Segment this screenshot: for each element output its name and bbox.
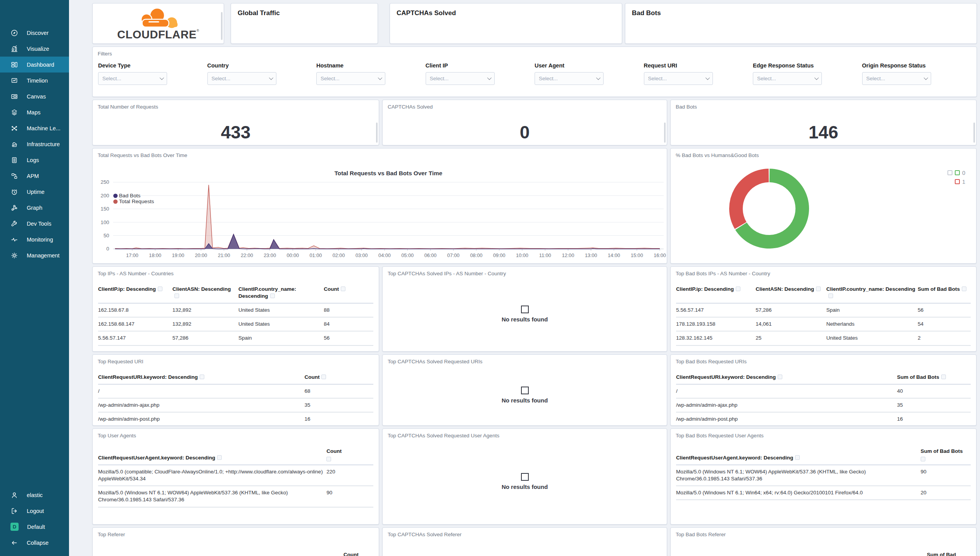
column-header[interactable]: Sum of Bad Bots: [921, 445, 971, 464]
select-request-uri[interactable]: Select...: [644, 72, 713, 85]
table-cell: United States: [826, 332, 918, 345]
panel-title: Total Number of Requests: [93, 100, 379, 111]
sidebar-item-apm[interactable]: APM: [0, 168, 69, 184]
badbots-donut-panel: % Bad Bots vs Humans&Good Bots 01: [670, 148, 977, 264]
filter-label: Origin Response Status: [862, 62, 971, 69]
sidebar-item-maps[interactable]: Maps: [0, 104, 69, 120]
header-checkbox-icon[interactable]: [795, 455, 800, 460]
table-cell: 16: [305, 413, 374, 425]
column-header[interactable]: Count: [305, 371, 374, 384]
global-traffic-panel: Global Traffic: [231, 3, 378, 44]
column-header-label: ClientASN: Descending: [173, 286, 231, 292]
data-table: ClientRequestURI.keyword: DescendingCoun…: [93, 365, 379, 425]
header-checkbox-icon[interactable]: [828, 294, 833, 298]
svg-text:50: 50: [104, 233, 109, 238]
sidebar-item-logout[interactable]: Logout: [0, 503, 69, 519]
svg-text:07:00: 07:00: [447, 253, 460, 258]
header-checkbox-icon[interactable]: [321, 375, 326, 379]
select-device-type[interactable]: Select...: [98, 72, 167, 85]
header-checkbox-icon[interactable]: [200, 375, 204, 379]
legend-swatch-icon: [955, 170, 960, 175]
header-checkbox-icon[interactable]: [326, 457, 331, 461]
column-header[interactable]: ClientASN: Descending: [756, 283, 826, 296]
dev-tools-icon: [10, 220, 18, 228]
select-country[interactable]: Select...: [207, 72, 276, 85]
column-header[interactable]: ClientIP.ip: Descending: [676, 283, 756, 296]
sidebar-item-collapse[interactable]: Collapse: [0, 535, 69, 551]
table-cell: /: [98, 385, 305, 398]
table-cell: 162.158.67.8: [98, 304, 173, 317]
table-cell: /wp-admin/admin-post.php: [98, 413, 305, 425]
donut-slice-1[interactable]: [729, 169, 769, 229]
legend-item-1[interactable]: 1: [955, 179, 965, 185]
table-header-row: ClientIP.ip: DescendingClientASN: Descen…: [676, 283, 971, 304]
sidebar-item-management[interactable]: Management: [0, 247, 69, 263]
panel-title: Top Referer: [93, 528, 379, 538]
header-checkbox-icon[interactable]: [270, 294, 275, 298]
column-header[interactable]: ClientRequestUserAgent.keyword: Descendi…: [98, 451, 326, 464]
sidebar-item-timelion[interactable]: Timelion: [0, 73, 69, 88]
header-checkbox-icon[interactable]: [341, 287, 345, 291]
header-checkbox-icon[interactable]: [217, 455, 222, 460]
sidebar-item-dashboard[interactable]: Dashboard: [0, 57, 69, 73]
column-header-label: ClientRequestUserAgent.keyword: Descendi…: [98, 455, 215, 461]
header-checkbox-icon[interactable]: [778, 375, 782, 379]
column-header[interactable]: ClientASN: Descending: [173, 283, 238, 303]
sidebar-item-elastic[interactable]: elastic: [0, 487, 69, 503]
select-edge-response-status[interactable]: Select...: [753, 72, 822, 85]
svg-text:14:00: 14:00: [608, 253, 620, 258]
sidebar-item-label: elastic: [27, 492, 43, 498]
select-hostname[interactable]: Select...: [316, 72, 385, 85]
select-placeholder: Select...: [212, 76, 231, 81]
table-header-clipped[interactable]: Count: [343, 552, 359, 556]
management-icon: [10, 252, 18, 259]
header-checkbox-icon[interactable]: [174, 294, 179, 298]
header-checkbox-icon[interactable]: [941, 375, 946, 379]
table-header-clipped[interactable]: Sum of Bad: [927, 552, 956, 556]
svg-text:15:00: 15:00: [631, 253, 643, 258]
panel-scrollbar[interactable]: [221, 12, 223, 40]
table-cell: 132,892: [173, 318, 238, 331]
header-checkbox-icon[interactable]: [962, 287, 966, 291]
compass-icon: [10, 29, 18, 37]
sidebar-item-logs[interactable]: Logs: [0, 152, 69, 168]
select-client-ip[interactable]: Select...: [426, 72, 495, 85]
machine-learning-icon: [10, 124, 18, 132]
sidebar-item-graph[interactable]: Graph: [0, 200, 69, 216]
sidebar-item-machine-learning[interactable]: Machine Le...: [0, 120, 69, 136]
legend-filter-icon[interactable]: [947, 170, 952, 175]
panel-title: Top CAPTCHAs Solved IPs - AS Number - Co…: [383, 267, 667, 277]
header-checkbox-icon[interactable]: [736, 287, 740, 291]
column-header[interactable]: ClientRequestUserAgent.keyword: Descendi…: [676, 451, 921, 464]
sidebar-item-canvas[interactable]: Canvas: [0, 88, 69, 104]
sidebar-item-default-space[interactable]: DDefault: [0, 519, 69, 535]
column-header[interactable]: Sum of Bad Bots: [897, 371, 971, 384]
select-origin-response-status[interactable]: Select...: [862, 72, 931, 85]
column-header[interactable]: ClientIP.country_name: Descending: [826, 283, 918, 303]
sidebar-item-monitoring[interactable]: Monitoring: [0, 231, 69, 247]
header-checkbox-icon[interactable]: [158, 287, 162, 291]
column-header[interactable]: ClientRequestURI.keyword: Descending: [98, 371, 305, 384]
sidebar-item-label: Uptime: [27, 189, 45, 195]
table-row: Mozilla/5.0 (Windows NT 6.1; WOW64) Appl…: [676, 465, 971, 486]
sidebar-item-discover[interactable]: Discover: [0, 25, 69, 41]
panel-scrollbar[interactable]: [376, 123, 378, 143]
table-cell: 5.56.57.147: [98, 332, 173, 345]
svg-text:12:00: 12:00: [562, 253, 574, 258]
header-checkbox-icon[interactable]: [921, 457, 925, 461]
header-checkbox-icon[interactable]: [816, 287, 821, 291]
sidebar-item-dev-tools[interactable]: Dev Tools: [0, 216, 69, 231]
panel-scrollbar[interactable]: [973, 123, 975, 143]
column-header[interactable]: ClientRequestURI.keyword: Descending: [676, 371, 897, 384]
column-header[interactable]: Count: [324, 283, 373, 296]
sidebar-item-uptime[interactable]: Uptime: [0, 184, 69, 200]
column-header[interactable]: Count: [326, 445, 373, 464]
sidebar-item-infrastructure[interactable]: Infrastructure: [0, 136, 69, 152]
column-header[interactable]: Sum of Bad Bots: [918, 283, 971, 296]
legend-item-0[interactable]: 0: [947, 170, 965, 176]
panel-scrollbar[interactable]: [664, 123, 666, 143]
sidebar-item-visualize[interactable]: Visualize: [0, 41, 69, 57]
column-header[interactable]: ClientIP.ip: Descending: [98, 283, 173, 296]
column-header[interactable]: ClientIP.country_name: Descending: [238, 283, 324, 303]
select-user-agent[interactable]: Select...: [535, 72, 604, 85]
